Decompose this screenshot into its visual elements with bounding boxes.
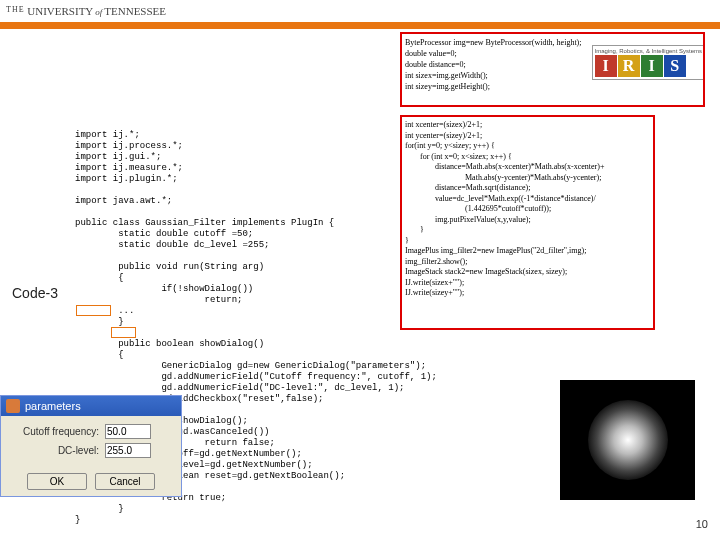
code-line: IJ.write(sizex+"");: [405, 278, 650, 289]
code-line: int ycenter=(sizey)/2+1;: [405, 131, 650, 142]
ut-logo: THE UNIVERSITYofTENNESSEE: [6, 5, 166, 17]
code-line: ImageStack stack2=new ImageStack(sizex, …: [405, 267, 650, 278]
logo-of: of: [95, 7, 102, 17]
highlight-box-1: [76, 305, 111, 316]
cutoff-row: Cutoff frequency:: [9, 424, 173, 439]
ok-button[interactable]: OK: [27, 473, 87, 490]
code-line: img_filter2.show();: [405, 257, 650, 268]
code-line: double value=0;: [405, 48, 700, 59]
code-line: int sizey=img.getHeight();: [405, 81, 700, 92]
logo-tennessee: TENNESSEE: [104, 5, 166, 17]
dclevel-input[interactable]: [105, 443, 151, 458]
code-line: ByteProcessor img=new ByteProcessor(widt…: [405, 37, 700, 48]
dialog-title-text: parameters: [25, 400, 81, 412]
logo-university: UNIVERSITY: [27, 5, 93, 17]
code-line: img.putPixelValue(x,y,value);: [405, 215, 650, 226]
java-icon: [6, 399, 20, 413]
code-line: for(int y=0; y<sizey; y++) {: [405, 141, 650, 152]
code-line: value=dc_level*Math.exp((-1*distance*dis…: [405, 194, 650, 205]
orange-divider: [0, 22, 720, 29]
code-line: IJ.write(sizey+"");: [405, 288, 650, 299]
university-header: THE UNIVERSITYofTENNESSEE: [0, 0, 720, 22]
code-line: for (int x=0; x<sizex; x++) {: [405, 152, 650, 163]
dialog-buttons: OK Cancel: [1, 470, 181, 496]
code-line: distance=Math.abs(x-xcenter)*Math.abs(x-…: [405, 162, 650, 173]
code-line: Math.abs(y-ycenter)*Math.abs(y-ycenter);: [405, 173, 650, 184]
dialog-body: Cutoff frequency: DC-level:: [1, 416, 181, 470]
code-line: }: [405, 236, 650, 247]
logo-the: THE: [6, 5, 25, 14]
cutoff-input[interactable]: [105, 424, 151, 439]
highlight-box-2: [111, 327, 136, 338]
code-snippet-box-1: ByteProcessor img=new ByteProcessor(widt…: [400, 32, 705, 107]
code-line: int sizex=img.getWidth();: [405, 70, 700, 81]
code-label: Code-3: [12, 285, 58, 301]
cancel-button[interactable]: Cancel: [95, 473, 155, 490]
dclevel-row: DC-level:: [9, 443, 173, 458]
dclevel-label: DC-level:: [9, 445, 99, 456]
code-line: ImagePlus img_filter2=new ImagePlus("2d_…: [405, 246, 650, 257]
gaussian-filter-preview: [560, 380, 695, 500]
code-line: distance=Math.sqrt(distance);: [405, 183, 650, 194]
dialog-titlebar[interactable]: parameters: [1, 396, 181, 416]
code-line: int xcenter=(sizex)/2+1;: [405, 120, 650, 131]
parameters-dialog: parameters Cutoff frequency: DC-level: O…: [0, 395, 182, 497]
code-line: }: [405, 225, 650, 236]
cutoff-label: Cutoff frequency:: [9, 426, 99, 437]
code-line: double distance=0;: [405, 59, 700, 70]
code-snippet-box-2: int xcenter=(sizex)/2+1; int ycenter=(si…: [400, 115, 655, 330]
gaussian-blob: [588, 400, 668, 480]
code-line: (1.442695*cutoff*cutoff));: [405, 204, 650, 215]
page-number: 10: [696, 518, 708, 530]
